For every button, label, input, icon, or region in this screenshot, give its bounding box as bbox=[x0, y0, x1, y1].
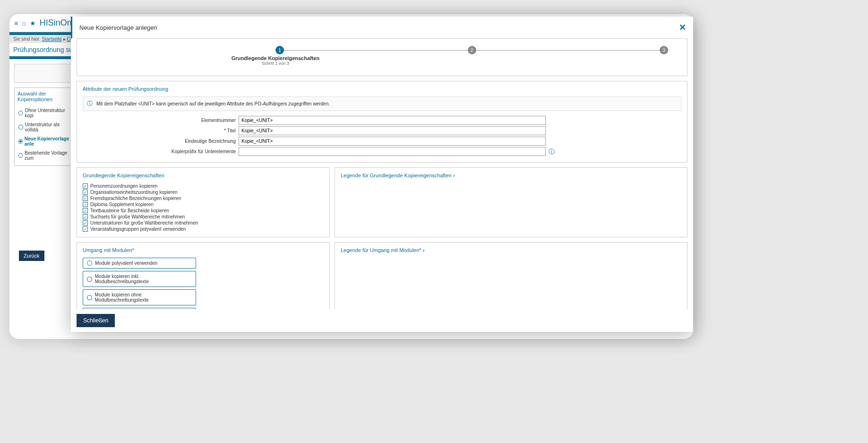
checkbox-icon bbox=[83, 226, 88, 232]
check-label: Organisationseinheitszuordnung kopieren bbox=[90, 190, 178, 195]
sidebar-opt-0[interactable]: Ohne Unterstruktur kopi bbox=[17, 106, 72, 120]
sidebar-opt-2[interactable]: Neue Kopiervorlage anle bbox=[17, 134, 72, 148]
section-legend-modules: Legende für Umgang mit Modulen* bbox=[335, 242, 688, 309]
breadcrumb-prefix: Sie sind hier: bbox=[13, 36, 41, 42]
section-modules: Umgang mit Modulen* Module polyvalent ve… bbox=[77, 242, 330, 309]
check-label: Unterstrukturen für große Wahlbereiche m… bbox=[90, 220, 198, 226]
step-1[interactable]: 1 bbox=[275, 46, 284, 54]
close-icon[interactable]: ✕ bbox=[679, 22, 686, 33]
modal-header: Neue Kopiervorlage anlegen ✕ bbox=[71, 17, 693, 38]
section-basic-props: Grundlegende Kopiereigenschaften Persone… bbox=[77, 167, 330, 237]
input-prefix[interactable] bbox=[239, 147, 546, 156]
section-title: Grundlegende Kopiereigenschaften bbox=[83, 173, 324, 178]
label-bezeichnung: Eindeutige Bezeichnung bbox=[83, 139, 239, 144]
checkbox-icon bbox=[83, 183, 88, 189]
check-3[interactable]: Diploma Supplement kopieren bbox=[83, 201, 324, 208]
info-row: ⓘ Mit dem Platzhalter <UNIT> kann generi… bbox=[83, 96, 681, 111]
checkbox-icon bbox=[83, 202, 88, 207]
sidebar-opt-label: Bestehende Vorlage zum bbox=[25, 150, 71, 161]
section-attributes: Attribute der neuen Prüfungsordnung ⓘ Mi… bbox=[77, 81, 688, 163]
check-label: Fremdsprachliche Bezeichnungen kopieren bbox=[90, 196, 181, 201]
radio-icon bbox=[18, 153, 23, 158]
modal-dialog: Neue Kopiervorlage anlegen ✕ 1 2 3 Grund… bbox=[71, 17, 693, 332]
check-6[interactable]: Unterstrukturen für große Wahlbereiche m… bbox=[83, 220, 324, 226]
section-title: Attribute der neuen Prüfungsordnung bbox=[83, 86, 681, 92]
home-icon[interactable]: ⌂ bbox=[22, 19, 26, 27]
module-opt-0[interactable]: Module polyvalent verwenden bbox=[83, 258, 196, 269]
menu-icon[interactable]: ≡ bbox=[14, 19, 18, 27]
check-5[interactable]: Suchsets für große Wahlbereiche mitnehme… bbox=[83, 214, 324, 220]
radio-icon bbox=[87, 261, 92, 266]
sidebar-opt-label: Unterstruktur als vollstä bbox=[25, 122, 71, 132]
checkbox-icon bbox=[83, 214, 88, 219]
back-button[interactable]: Zurück bbox=[19, 251, 44, 261]
info-text: Mit dem Platzhalter <UNIT> kann generisc… bbox=[96, 101, 330, 106]
radio-label: Module kopieren ohne Modulbeschreibungst… bbox=[95, 292, 192, 303]
check-label: Diploma Supplement kopieren bbox=[90, 202, 154, 207]
legend-modules-link[interactable]: Legende für Umgang mit Modulen* bbox=[341, 247, 424, 253]
input-bezeichnung[interactable] bbox=[239, 137, 546, 146]
legend-props-link[interactable]: Legende für Grundlegende Kopiereigenscha… bbox=[341, 173, 455, 178]
sidebar-title: Auswahl der Kopieroptionen bbox=[17, 91, 72, 102]
radio-icon bbox=[18, 111, 23, 115]
check-label: Personenzuordnungen kopieren bbox=[90, 183, 157, 189]
check-0[interactable]: Personenzuordnungen kopieren bbox=[83, 183, 324, 189]
checkbox-icon bbox=[83, 196, 88, 201]
checkbox-icon bbox=[83, 190, 88, 195]
step-name: Grundlegende Kopiereigenschaften bbox=[228, 55, 323, 61]
check-2[interactable]: Fremdsprachliche Bezeichnungen kopieren bbox=[83, 195, 324, 201]
module-opt-2[interactable]: Module kopieren ohne Modulbeschreibungst… bbox=[83, 289, 196, 305]
check-label: Suchsets für große Wahlbereiche mitnehme… bbox=[90, 214, 185, 219]
radio-icon bbox=[87, 277, 92, 282]
radio-icon bbox=[18, 125, 23, 130]
label-elementnummer: Elementnummer bbox=[83, 118, 239, 123]
modal-title: Neue Kopiervorlage anlegen bbox=[79, 24, 157, 31]
input-elementnummer[interactable] bbox=[239, 116, 546, 125]
radio-label: Module kopieren inkl. Modulbeschreibungs… bbox=[95, 274, 192, 284]
sidebar-opt-3[interactable]: Bestehende Vorlage zum bbox=[17, 148, 72, 163]
input-titel[interactable] bbox=[239, 126, 546, 135]
step-2[interactable]: 2 bbox=[468, 46, 476, 54]
section-title: Umgang mit Modulen* bbox=[83, 247, 324, 253]
checkbox-icon bbox=[83, 220, 88, 226]
step-3[interactable]: 3 bbox=[660, 46, 668, 54]
checkbox-icon bbox=[83, 208, 88, 213]
close-button[interactable]: Schließen bbox=[77, 314, 115, 327]
stepper: 1 2 3 Grundlegende Kopiereigenschaften S… bbox=[96, 46, 668, 54]
sidebar-opt-label: Neue Kopiervorlage anle bbox=[25, 136, 71, 147]
modal-body: 1 2 3 Grundlegende Kopiereigenschaften S… bbox=[71, 38, 693, 309]
sidebar-opt-1[interactable]: Unterstruktur als vollstä bbox=[17, 120, 72, 134]
copy-options-sidebar: Auswahl der Kopieroptionen Ohne Unterstr… bbox=[14, 87, 76, 166]
check-label: Textbausteine für Bescheide kopieren bbox=[90, 208, 169, 213]
star-icon[interactable]: ★ bbox=[30, 19, 36, 27]
radio-icon bbox=[87, 295, 92, 300]
check-4[interactable]: Textbausteine für Bescheide kopieren bbox=[83, 208, 324, 214]
label-titel: * Titel bbox=[83, 128, 239, 133]
breadcrumb-home[interactable]: Startseite bbox=[42, 36, 62, 42]
modal-footer: Schließen bbox=[71, 309, 693, 332]
check-1[interactable]: Organisationseinheitszuordnung kopieren bbox=[83, 189, 324, 195]
check-7[interactable]: Veranstaltungsgruppen polyvalent verwend… bbox=[83, 226, 324, 232]
info-icon: ⓘ bbox=[87, 100, 93, 108]
radio-label: Module polyvalent verwenden bbox=[95, 261, 157, 266]
sidebar-opt-label: Ohne Unterstruktur kopi bbox=[25, 108, 71, 118]
section-legend-props: Legende für Grundlegende Kopiereigenscha… bbox=[335, 167, 688, 237]
step-sub: Schritt 1 von 3 bbox=[228, 61, 323, 66]
module-opt-1[interactable]: Module kopieren inkl. Modulbeschreibungs… bbox=[83, 271, 196, 287]
radio-icon bbox=[18, 139, 23, 144]
check-label: Veranstaltungsgruppen polyvalent verwend… bbox=[90, 226, 186, 232]
info-icon[interactable]: ⓘ bbox=[549, 148, 555, 156]
label-prefix: Kopierpräfix für Unterelemente bbox=[83, 149, 239, 154]
stepper-box: 1 2 3 Grundlegende Kopiereigenschaften S… bbox=[77, 38, 688, 76]
